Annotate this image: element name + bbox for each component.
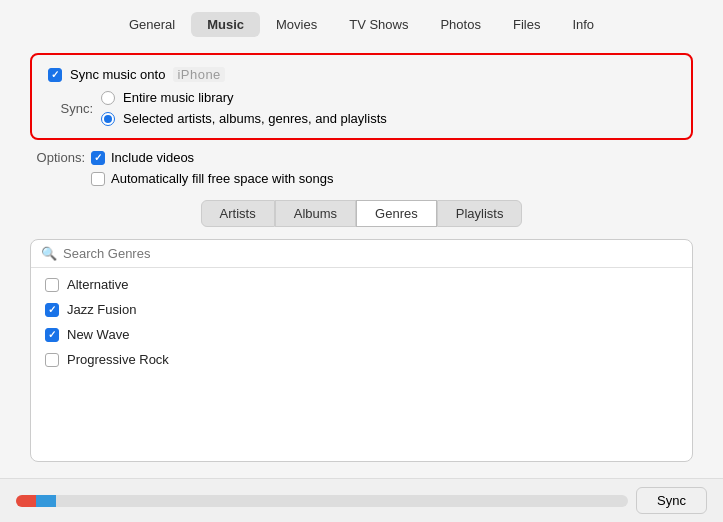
tab-general[interactable]: General [113, 12, 191, 37]
sub-tab-artists[interactable]: Artists [201, 200, 275, 227]
genre-list: Alternative Jazz Fusion New Wave Progres… [31, 268, 692, 461]
genre-label-jazz-fusion: Jazz Fusion [67, 302, 136, 317]
include-videos-label: Include videos [111, 150, 194, 165]
sync-selected-label: Selected artists, albums, genres, and pl… [123, 111, 387, 126]
tab-bar: General Music Movies TV Shows Photos Fil… [0, 0, 723, 37]
sync-music-checkbox[interactable] [48, 68, 62, 82]
storage-red-segment [16, 495, 36, 507]
sync-selected-radio[interactable] [101, 112, 115, 126]
device-name: iPhone [173, 67, 224, 82]
list-item: Progressive Rock [31, 347, 692, 372]
tab-tv-shows[interactable]: TV Shows [333, 12, 424, 37]
options-include-videos-row: Options: Include videos [30, 150, 693, 165]
genre-label-new-wave: New Wave [67, 327, 129, 342]
storage-blue-segment [36, 495, 56, 507]
sync-top-row: Sync music onto iPhone [48, 67, 675, 82]
list-item: Alternative [31, 272, 692, 297]
sub-tab-genres[interactable]: Genres [356, 200, 437, 227]
sync-colon-label: Sync: [48, 101, 93, 116]
autofill-checkbox[interactable] [91, 172, 105, 186]
sync-radio-group: Sync: Entire music library Selected arti… [48, 90, 675, 126]
include-videos-checkbox[interactable] [91, 151, 105, 165]
search-input[interactable] [63, 246, 682, 261]
sync-music-label: Sync music onto [70, 67, 165, 82]
bottom-bar: Sync [0, 478, 723, 522]
genre-checkbox-new-wave[interactable] [45, 328, 59, 342]
options-label: Options: [30, 150, 85, 165]
genre-checkbox-progressive-rock[interactable] [45, 353, 59, 367]
tab-music[interactable]: Music [191, 12, 260, 37]
sub-tab-albums[interactable]: Albums [275, 200, 356, 227]
options-autofill-row: Automatically fill free space with songs [30, 171, 693, 186]
sync-section: Sync music onto iPhone Sync: Entire musi… [30, 53, 693, 140]
autofill-label: Automatically fill free space with songs [111, 171, 334, 186]
sub-tab-bar: Artists Albums Genres Playlists [30, 200, 693, 227]
search-icon: 🔍 [41, 246, 57, 261]
main-content: Sync music onto iPhone Sync: Entire musi… [0, 37, 723, 478]
genre-label-alternative: Alternative [67, 277, 128, 292]
tab-movies[interactable]: Movies [260, 12, 333, 37]
list-item: Jazz Fusion [31, 297, 692, 322]
sync-entire-library-radio[interactable] [101, 91, 115, 105]
list-area: 🔍 Alternative Jazz Fusion New Wave [30, 239, 693, 462]
window: General Music Movies TV Shows Photos Fil… [0, 0, 723, 522]
sync-selected-row: Selected artists, albums, genres, and pl… [101, 111, 387, 126]
sync-entire-library-row: Entire music library [101, 90, 387, 105]
genre-checkbox-jazz-fusion[interactable] [45, 303, 59, 317]
sync-button[interactable]: Sync [636, 487, 707, 514]
sync-entire-library-label: Entire music library [123, 90, 234, 105]
genre-label-progressive-rock: Progressive Rock [67, 352, 169, 367]
storage-bar [16, 495, 628, 507]
options-section: Options: Include videos Automatically fi… [30, 150, 693, 186]
search-bar: 🔍 [31, 240, 692, 268]
tab-files[interactable]: Files [497, 12, 556, 37]
list-item: New Wave [31, 322, 692, 347]
sub-tab-playlists[interactable]: Playlists [437, 200, 523, 227]
tab-photos[interactable]: Photos [424, 12, 496, 37]
tab-info[interactable]: Info [556, 12, 610, 37]
genre-checkbox-alternative[interactable] [45, 278, 59, 292]
